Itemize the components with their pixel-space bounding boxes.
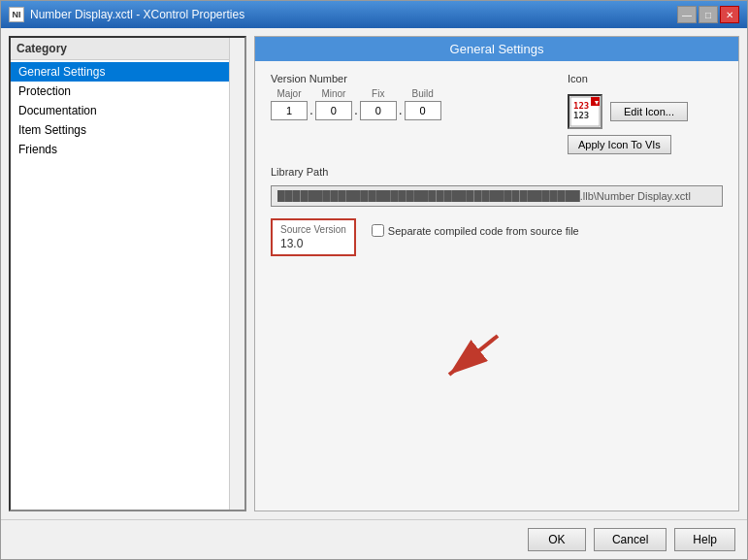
fix-label: Fix [372,88,384,99]
minor-input[interactable] [315,101,352,120]
sidebar-item-documentation[interactable]: Documentation [11,101,229,120]
version-build-col: Build [405,88,441,120]
source-version-box: Source Version 13.0 [271,218,356,256]
window-icon: NI [9,7,24,22]
sidebar-item-general-settings[interactable]: General Settings [11,62,229,82]
minimize-button[interactable]: — [677,6,697,23]
edit-icon-button[interactable]: Edit Icon... [610,102,688,121]
left-scrollbar[interactable] [229,38,244,510]
fix-input[interactable] [360,101,397,120]
dot-1: . [309,102,313,117]
icon-label: Icon [568,73,588,84]
icon-section: Icon 123 123 Edi [568,73,723,154]
svg-text:123: 123 [573,101,589,111]
right-panel: General Settings Version Number Major . [254,36,739,511]
left-panel: Category General Settings Protection Doc… [11,38,229,510]
source-checkbox-row: Source Version 13.0 Separate compiled co… [271,218,723,256]
apply-btn-row: Apply Icon To VIs [568,135,671,154]
version-label: Version Number [271,73,538,84]
icon-preview: 123 123 [568,94,602,129]
library-input[interactable] [271,185,723,207]
close-button[interactable]: ✕ [720,6,739,23]
library-section: Library Path [271,166,723,207]
cancel-button[interactable]: Cancel [594,528,667,551]
icon-row: 123 123 Edit Icon... [568,94,688,129]
main-window: NI Number Display.xctl - XControl Proper… [0,0,748,560]
dot-3: . [399,102,403,117]
sidebar-item-item-settings[interactable]: Item Settings [11,120,229,140]
dot-2: . [354,102,358,117]
category-list: General Settings Protection Documentatio… [11,60,229,510]
arrow-annotation [420,316,498,394]
version-section: Version Number Major . Minor . [271,73,538,120]
source-version-label: Source Version [280,224,346,235]
title-bar-controls: — □ ✕ [677,6,739,23]
help-button[interactable]: Help [674,528,735,551]
separate-compiled-checkbox[interactable] [372,224,384,237]
apply-icon-button[interactable]: Apply Icon To VIs [568,135,671,154]
version-minor-col: Minor [315,88,352,120]
major-input[interactable] [271,101,308,120]
minor-label: Minor [321,88,345,99]
title-bar-left: NI Number Display.xctl - XControl Proper… [9,7,244,22]
build-input[interactable] [405,101,441,120]
separate-compiled-text: Separate compiled code from source file [388,225,579,237]
content-area: Category General Settings Protection Doc… [1,28,747,519]
bottom-bar: OK Cancel Help [1,519,747,559]
version-fix-col: Fix [360,88,397,120]
right-panel-content: Version Number Major . Minor . [255,61,738,511]
separate-compiled-label[interactable]: Separate compiled code from source file [372,224,579,237]
ok-button[interactable]: OK [528,528,586,551]
svg-line-6 [449,336,498,375]
sidebar-item-protection[interactable]: Protection [11,82,229,101]
version-major-col: Major [271,88,308,120]
right-panel-header: General Settings [255,37,738,61]
version-fields: Major . Minor . Fix [271,88,538,120]
maximize-button[interactable]: □ [699,6,718,23]
title-bar: NI Number Display.xctl - XControl Proper… [1,1,747,28]
svg-text:123: 123 [573,111,589,120]
category-header: Category [11,38,229,60]
build-label: Build [412,88,434,99]
left-panel-wrapper: Category General Settings Protection Doc… [9,36,246,511]
sidebar-item-friends[interactable]: Friends [11,140,229,159]
version-icon-row: Version Number Major . Minor . [271,73,723,154]
library-label: Library Path [271,166,723,178]
major-label: Major [276,88,301,99]
window-title: Number Display.xctl - XControl Propertie… [30,8,244,21]
source-version-value: 13.0 [280,237,346,250]
